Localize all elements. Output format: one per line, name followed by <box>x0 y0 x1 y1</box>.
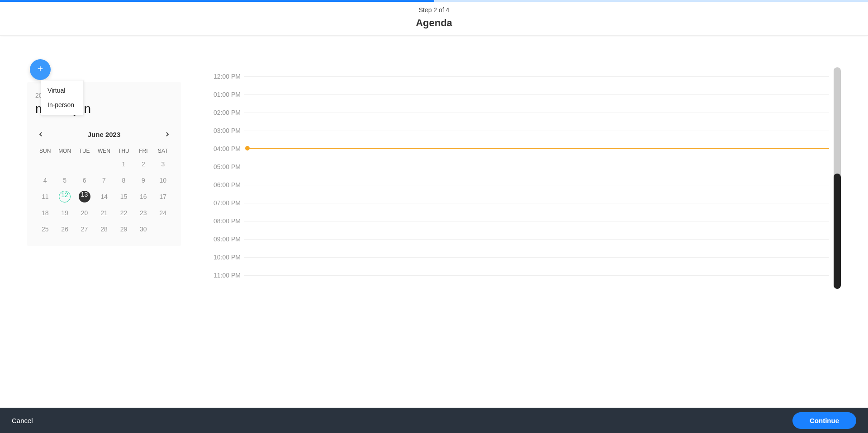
time-label: 06:00 PM <box>208 181 244 188</box>
time-row[interactable]: 06:00 PM <box>208 176 829 194</box>
calendar-day <box>35 158 55 170</box>
time-row[interactable]: 04:00 PM <box>208 140 829 158</box>
calendar-dow: THU <box>114 148 133 154</box>
calendar-dow: TUE <box>75 148 94 154</box>
time-grid-line <box>244 257 829 258</box>
plus-icon <box>36 65 44 75</box>
time-grid-line <box>244 113 829 113</box>
time-grid-line <box>244 203 829 203</box>
calendar-day[interactable]: 10 <box>153 174 173 187</box>
calendar-day[interactable]: 7 <box>94 174 114 187</box>
time-grid-line <box>244 131 829 131</box>
calendar-week-row: 252627282930 <box>35 223 173 235</box>
calendar-day[interactable]: 23 <box>133 207 153 219</box>
calendar-day[interactable]: 30 <box>133 223 153 235</box>
time-label: 08:00 PM <box>208 217 244 225</box>
time-row[interactable]: 05:00 PM <box>208 158 829 176</box>
time-row[interactable]: 10:00 PM <box>208 248 829 266</box>
calendar-day[interactable]: 20 <box>75 207 94 219</box>
calendar-day[interactable]: 28 <box>94 223 114 235</box>
time-row[interactable]: 07:00 PM <box>208 194 829 212</box>
calendar-day[interactable]: 4 <box>35 174 55 187</box>
calendar-day[interactable]: 1 <box>114 158 133 170</box>
time-label: 11:00 PM <box>208 272 244 279</box>
time-row[interactable]: 08:00 PM <box>208 212 829 230</box>
time-row[interactable]: 03:00 PM <box>208 122 829 140</box>
calendar-dow: SUN <box>35 148 55 154</box>
time-label: 04:00 PM <box>208 145 244 152</box>
calendar-weeks: 1234567891011121314151617181920212223242… <box>35 158 173 235</box>
time-row[interactable]: 11:00 PM <box>208 266 829 284</box>
calendar-column: Virtual In-person 2023 mo 12 jun June 20… <box>27 67 181 246</box>
calendar-day[interactable]: 27 <box>75 223 94 235</box>
calendar-day[interactable]: 25 <box>35 223 55 235</box>
main-content: Virtual In-person 2023 mo 12 jun June 20… <box>0 36 868 433</box>
calendar-day[interactable]: 29 <box>114 223 133 235</box>
calendar-day[interactable]: 22 <box>114 207 133 219</box>
continue-button[interactable]: Continue <box>792 412 856 429</box>
calendar-day[interactable]: 17 <box>153 190 173 203</box>
time-label: 05:00 PM <box>208 163 244 170</box>
calendar-day[interactable]: 6 <box>75 174 94 187</box>
add-session-button[interactable] <box>30 59 51 80</box>
calendar-day <box>55 158 74 170</box>
time-grid-line <box>244 275 829 276</box>
time-label: 01:00 PM <box>208 91 244 98</box>
calendar-dow-row: SUNMONTUEWENTHUFRISAT <box>35 148 173 154</box>
step-progress-fill <box>0 0 434 2</box>
time-grid-scrollbar[interactable] <box>834 67 841 289</box>
time-grid-line <box>244 94 829 95</box>
time-grid-line <box>244 221 829 221</box>
calendar-day[interactable]: 16 <box>133 190 153 203</box>
time-row[interactable]: 01:00 PM <box>208 85 829 104</box>
calendar-day[interactable]: 9 <box>133 174 153 187</box>
menu-item-virtual[interactable]: Virtual <box>41 83 83 98</box>
time-row[interactable]: 02:00 PM <box>208 104 829 122</box>
time-grid[interactable]: 12:00 PM01:00 PM02:00 PM03:00 PM04:00 PM… <box>208 67 829 289</box>
calendar-day[interactable]: 3 <box>153 158 173 170</box>
calendar-week-row: 18192021222324 <box>35 207 173 219</box>
time-grid-line <box>244 76 829 77</box>
add-session-menu: Virtual In-person <box>41 80 84 115</box>
time-label: 03:00 PM <box>208 127 244 134</box>
calendar-day[interactable]: 24 <box>153 207 173 219</box>
calendar-day[interactable]: 5 <box>55 174 74 187</box>
calendar-month-label: June 2023 <box>88 131 121 138</box>
step-label: Step 2 of 4 <box>0 6 868 14</box>
calendar-day[interactable]: 13 <box>75 190 94 203</box>
time-label: 02:00 PM <box>208 109 244 116</box>
calendar-day <box>94 158 114 170</box>
menu-item-inperson[interactable]: In-person <box>41 98 83 112</box>
time-grid-column: 12:00 PM01:00 PM02:00 PM03:00 PM04:00 PM… <box>208 67 841 289</box>
current-time-indicator <box>248 148 829 149</box>
calendar-day[interactable]: 26 <box>55 223 74 235</box>
calendar-day <box>153 223 173 235</box>
calendar-day[interactable]: 14 <box>94 190 114 203</box>
calendar-day[interactable]: 18 <box>35 207 55 219</box>
time-label: 12:00 PM <box>208 73 244 80</box>
chevron-right-icon <box>165 130 170 138</box>
calendar-day[interactable]: 19 <box>55 207 74 219</box>
calendar-prev-month[interactable] <box>35 129 46 140</box>
step-progress-track <box>0 0 868 2</box>
chevron-left-icon <box>38 130 43 138</box>
header: Step 2 of 4 Agenda <box>0 2 868 36</box>
calendar-day[interactable]: 11 <box>35 190 55 203</box>
time-label: 07:00 PM <box>208 199 244 207</box>
calendar-day[interactable]: 21 <box>94 207 114 219</box>
time-row[interactable]: 09:00 PM <box>208 230 829 248</box>
time-row[interactable]: 12:00 PM <box>208 67 829 85</box>
calendar-day[interactable]: 15 <box>114 190 133 203</box>
calendar-day[interactable]: 8 <box>114 174 133 187</box>
calendar-dow: WEN <box>94 148 114 154</box>
cancel-button[interactable]: Cancel <box>12 417 33 424</box>
page-title: Agenda <box>0 17 868 29</box>
footer: Cancel Continue <box>0 408 868 433</box>
calendar-next-month[interactable] <box>162 129 173 140</box>
calendar-day[interactable]: 12 <box>55 190 74 203</box>
time-grid-line <box>244 185 829 185</box>
calendar-day[interactable]: 2 <box>133 158 153 170</box>
time-grid-line <box>244 239 829 240</box>
time-grid-line <box>244 167 829 167</box>
time-grid-scrollbar-thumb[interactable] <box>834 174 841 289</box>
